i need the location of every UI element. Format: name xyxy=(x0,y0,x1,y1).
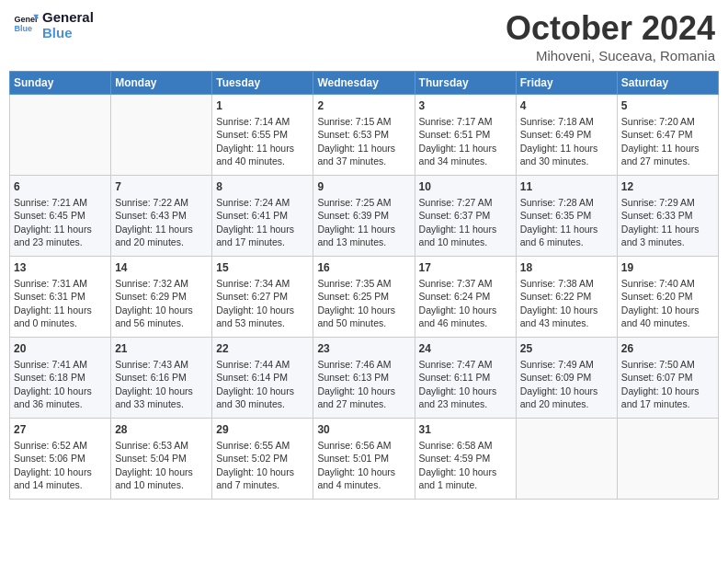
day-number: 22 xyxy=(216,341,309,356)
weekday-header: Sunday xyxy=(10,72,111,95)
day-number: 28 xyxy=(115,422,208,437)
calendar-cell xyxy=(111,95,212,176)
day-number: 9 xyxy=(317,179,410,194)
day-info: Sunrise: 6:56 AM Sunset: 5:01 PM Dayligh… xyxy=(317,439,410,491)
calendar-cell: 16Sunrise: 7:35 AM Sunset: 6:25 PM Dayli… xyxy=(313,257,415,338)
calendar-cell: 6Sunrise: 7:21 AM Sunset: 6:45 PM Daylig… xyxy=(10,176,111,257)
weekday-header: Wednesday xyxy=(313,72,415,95)
weekday-header: Thursday xyxy=(415,72,516,95)
day-info: Sunrise: 7:24 AM Sunset: 6:41 PM Dayligh… xyxy=(216,196,309,248)
day-info: Sunrise: 6:52 AM Sunset: 5:06 PM Dayligh… xyxy=(14,439,107,491)
day-info: Sunrise: 7:47 AM Sunset: 6:11 PM Dayligh… xyxy=(419,358,512,410)
calendar-cell: 11Sunrise: 7:28 AM Sunset: 6:35 PM Dayli… xyxy=(516,176,617,257)
day-info: Sunrise: 7:17 AM Sunset: 6:51 PM Dayligh… xyxy=(419,115,512,167)
day-info: Sunrise: 7:15 AM Sunset: 6:53 PM Dayligh… xyxy=(317,115,410,167)
day-info: Sunrise: 7:34 AM Sunset: 6:27 PM Dayligh… xyxy=(216,277,309,329)
day-number: 24 xyxy=(419,341,512,356)
day-info: Sunrise: 7:35 AM Sunset: 6:25 PM Dayligh… xyxy=(317,277,410,329)
calendar-cell: 2Sunrise: 7:15 AM Sunset: 6:53 PM Daylig… xyxy=(313,95,415,176)
weekday-header: Monday xyxy=(111,72,212,95)
calendar-cell: 24Sunrise: 7:47 AM Sunset: 6:11 PM Dayli… xyxy=(415,338,516,419)
day-info: Sunrise: 7:32 AM Sunset: 6:29 PM Dayligh… xyxy=(115,277,208,329)
day-number: 27 xyxy=(14,422,107,437)
calendar-cell: 31Sunrise: 6:58 AM Sunset: 4:59 PM Dayli… xyxy=(415,419,516,500)
day-info: Sunrise: 6:58 AM Sunset: 4:59 PM Dayligh… xyxy=(419,439,512,491)
calendar-table: SundayMondayTuesdayWednesdayThursdayFrid… xyxy=(9,71,719,500)
day-number: 3 xyxy=(419,98,512,113)
day-number: 7 xyxy=(115,179,208,194)
day-info: Sunrise: 7:43 AM Sunset: 6:16 PM Dayligh… xyxy=(115,358,208,410)
day-number: 11 xyxy=(520,179,613,194)
weekday-header: Friday xyxy=(516,72,617,95)
weekday-header: Tuesday xyxy=(212,72,313,95)
day-info: Sunrise: 6:55 AM Sunset: 5:02 PM Dayligh… xyxy=(216,439,309,491)
calendar-cell: 3Sunrise: 7:17 AM Sunset: 6:51 PM Daylig… xyxy=(415,95,516,176)
day-number: 17 xyxy=(419,260,512,275)
location-subtitle: Mihoveni, Suceava, Romania xyxy=(506,48,715,63)
calendar-cell: 7Sunrise: 7:22 AM Sunset: 6:43 PM Daylig… xyxy=(111,176,212,257)
day-number: 29 xyxy=(216,422,309,437)
calendar-cell xyxy=(617,419,718,500)
day-number: 31 xyxy=(419,422,512,437)
day-info: Sunrise: 7:20 AM Sunset: 6:47 PM Dayligh… xyxy=(621,115,714,167)
logo-blue-text: Blue xyxy=(42,25,94,40)
day-number: 2 xyxy=(317,98,410,113)
weekday-header: Saturday xyxy=(617,72,718,95)
day-info: Sunrise: 7:31 AM Sunset: 6:31 PM Dayligh… xyxy=(14,277,107,329)
calendar-cell: 4Sunrise: 7:18 AM Sunset: 6:49 PM Daylig… xyxy=(516,95,617,176)
calendar-cell: 13Sunrise: 7:31 AM Sunset: 6:31 PM Dayli… xyxy=(10,257,111,338)
page-header: General Blue General Blue October 2024 M… xyxy=(9,9,719,63)
calendar-cell: 15Sunrise: 7:34 AM Sunset: 6:27 PM Dayli… xyxy=(212,257,313,338)
calendar-cell: 21Sunrise: 7:43 AM Sunset: 6:16 PM Dayli… xyxy=(111,338,212,419)
day-number: 20 xyxy=(14,341,107,356)
day-number: 19 xyxy=(621,260,714,275)
day-number: 13 xyxy=(14,260,107,275)
calendar-cell: 29Sunrise: 6:55 AM Sunset: 5:02 PM Dayli… xyxy=(212,419,313,500)
day-number: 16 xyxy=(317,260,410,275)
day-info: Sunrise: 7:50 AM Sunset: 6:07 PM Dayligh… xyxy=(621,358,714,410)
calendar-cell: 20Sunrise: 7:41 AM Sunset: 6:18 PM Dayli… xyxy=(10,338,111,419)
day-info: Sunrise: 7:28 AM Sunset: 6:35 PM Dayligh… xyxy=(520,196,613,248)
logo-text: General xyxy=(42,9,94,25)
day-info: Sunrise: 7:21 AM Sunset: 6:45 PM Dayligh… xyxy=(14,196,107,248)
logo-icon: General Blue xyxy=(13,12,39,38)
day-info: Sunrise: 7:44 AM Sunset: 6:14 PM Dayligh… xyxy=(216,358,309,410)
calendar-cell: 1Sunrise: 7:14 AM Sunset: 6:55 PM Daylig… xyxy=(212,95,313,176)
day-number: 30 xyxy=(317,422,410,437)
calendar-cell: 30Sunrise: 6:56 AM Sunset: 5:01 PM Dayli… xyxy=(313,419,415,500)
logo: General Blue General Blue xyxy=(13,9,94,41)
calendar-cell: 23Sunrise: 7:46 AM Sunset: 6:13 PM Dayli… xyxy=(313,338,415,419)
day-number: 5 xyxy=(621,98,714,113)
calendar-cell: 25Sunrise: 7:49 AM Sunset: 6:09 PM Dayli… xyxy=(516,338,617,419)
day-info: Sunrise: 7:22 AM Sunset: 6:43 PM Dayligh… xyxy=(115,196,208,248)
calendar-cell: 12Sunrise: 7:29 AM Sunset: 6:33 PM Dayli… xyxy=(617,176,718,257)
day-number: 14 xyxy=(115,260,208,275)
calendar-cell xyxy=(516,419,617,500)
calendar-cell: 18Sunrise: 7:38 AM Sunset: 6:22 PM Dayli… xyxy=(516,257,617,338)
day-info: Sunrise: 7:29 AM Sunset: 6:33 PM Dayligh… xyxy=(621,196,714,248)
calendar-cell xyxy=(10,95,111,176)
calendar-cell: 27Sunrise: 6:52 AM Sunset: 5:06 PM Dayli… xyxy=(10,419,111,500)
day-number: 6 xyxy=(14,179,107,194)
calendar-cell: 5Sunrise: 7:20 AM Sunset: 6:47 PM Daylig… xyxy=(617,95,718,176)
day-info: Sunrise: 7:25 AM Sunset: 6:39 PM Dayligh… xyxy=(317,196,410,248)
calendar-cell: 14Sunrise: 7:32 AM Sunset: 6:29 PM Dayli… xyxy=(111,257,212,338)
day-info: Sunrise: 7:38 AM Sunset: 6:22 PM Dayligh… xyxy=(520,277,613,329)
day-number: 25 xyxy=(520,341,613,356)
day-info: Sunrise: 7:27 AM Sunset: 6:37 PM Dayligh… xyxy=(419,196,512,248)
day-info: Sunrise: 7:37 AM Sunset: 6:24 PM Dayligh… xyxy=(419,277,512,329)
day-number: 10 xyxy=(419,179,512,194)
month-title: October 2024 xyxy=(506,9,715,48)
title-block: October 2024 Mihoveni, Suceava, Romania xyxy=(506,9,715,63)
day-number: 12 xyxy=(621,179,714,194)
day-info: Sunrise: 7:46 AM Sunset: 6:13 PM Dayligh… xyxy=(317,358,410,410)
day-info: Sunrise: 6:53 AM Sunset: 5:04 PM Dayligh… xyxy=(115,439,208,491)
calendar-cell: 26Sunrise: 7:50 AM Sunset: 6:07 PM Dayli… xyxy=(617,338,718,419)
day-info: Sunrise: 7:40 AM Sunset: 6:20 PM Dayligh… xyxy=(621,277,714,329)
day-number: 21 xyxy=(115,341,208,356)
calendar-cell: 10Sunrise: 7:27 AM Sunset: 6:37 PM Dayli… xyxy=(415,176,516,257)
svg-text:Blue: Blue xyxy=(14,24,32,33)
day-number: 23 xyxy=(317,341,410,356)
day-number: 15 xyxy=(216,260,309,275)
calendar-cell: 28Sunrise: 6:53 AM Sunset: 5:04 PM Dayli… xyxy=(111,419,212,500)
